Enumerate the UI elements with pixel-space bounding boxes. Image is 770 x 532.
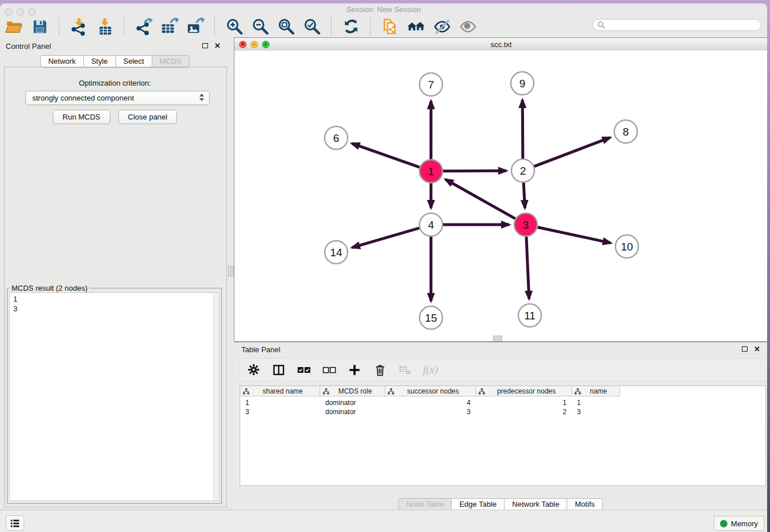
desktop: Session: New Session <box>0 0 770 532</box>
create-column-plus-icon[interactable] <box>347 363 362 377</box>
edge-4-14[interactable] <box>352 228 419 248</box>
select-all-rows-icon[interactable] <box>297 363 311 377</box>
node-7[interactable]: 7 <box>419 73 442 96</box>
node-4[interactable]: 4 <box>419 213 442 236</box>
zoom-out-icon[interactable] <box>251 17 270 36</box>
criterion-value: strongly connected component <box>32 94 134 102</box>
node-1[interactable]: 1 <box>419 160 442 183</box>
tab-mcds[interactable]: MCDS <box>152 55 190 68</box>
edge-3-11[interactable] <box>526 237 529 299</box>
show-columns-icon[interactable] <box>271 363 286 377</box>
horizontal-splitter-handle[interactable] <box>493 336 502 341</box>
mcds-result-area[interactable]: 13 <box>9 292 220 501</box>
column-header-MCDS-role[interactable]: MCDS role <box>320 386 385 396</box>
network-canvas[interactable]: 7968124314101511 <box>234 51 767 341</box>
column-header-shared-name[interactable]: shared name <box>240 386 320 396</box>
control-panel-close-button[interactable]: ✕ <box>214 42 221 49</box>
node-10[interactable]: 10 <box>615 235 638 258</box>
node-9[interactable]: 9 <box>511 72 534 95</box>
edge-1-6[interactable] <box>352 144 419 167</box>
result-scrollbar[interactable] <box>213 293 219 500</box>
tab-network[interactable]: Network <box>40 55 84 68</box>
function-builder-icon: f(x) <box>423 363 438 377</box>
tab-edge-table[interactable]: Edge Table <box>452 498 505 511</box>
table-cell[interactable]: 1 <box>476 398 572 407</box>
clone-network-icon[interactable] <box>381 17 399 36</box>
column-header-name[interactable]: name <box>572 386 620 396</box>
run-mcds-button[interactable]: Run MCDS <box>53 110 110 124</box>
tab-style[interactable]: Style <box>84 55 116 68</box>
zoom-in-icon[interactable] <box>225 17 244 36</box>
column-header-successor-nodes[interactable]: successor nodes <box>385 386 476 396</box>
node-8[interactable]: 8 <box>614 120 637 143</box>
hierarchy-icon <box>388 388 394 395</box>
search-input[interactable] <box>608 21 756 30</box>
tab-select[interactable]: Select <box>116 55 152 68</box>
save-session-icon[interactable] <box>30 17 49 36</box>
tab-motifs[interactable]: Motifs <box>567 498 603 511</box>
tab-network-table[interactable]: Network Table <box>505 498 567 511</box>
column-header-predecessor-nodes[interactable]: predecessor nodes <box>476 386 572 396</box>
node-3[interactable]: 3 <box>514 213 537 236</box>
table-cell[interactable]: 3 <box>385 407 476 417</box>
tab-node-table[interactable]: Node Table <box>398 498 452 511</box>
table-cell[interactable]: 3 <box>572 407 620 417</box>
hierarchy-icon <box>243 388 249 395</box>
table-row[interactable]: 1dominator411 <box>240 398 765 407</box>
table-panel-float-button[interactable] <box>742 346 748 352</box>
delete-column-trash-icon[interactable] <box>372 363 387 377</box>
deselect-all-rows-icon[interactable] <box>322 363 337 377</box>
node-14[interactable]: 14 <box>325 241 348 264</box>
node-table: shared nameMCDS rolesuccessor nodesprede… <box>240 385 766 486</box>
table-settings-gear-icon[interactable] <box>246 363 261 377</box>
network-canvas-svg[interactable]: 7968124314101511 <box>234 51 767 341</box>
export-network-icon[interactable] <box>134 17 153 36</box>
edge-1-2[interactable] <box>443 171 506 171</box>
edge-3-10[interactable] <box>538 227 611 242</box>
search-field[interactable] <box>592 19 761 31</box>
export-image-icon[interactable] <box>186 17 205 36</box>
table-cell[interactable]: 1 <box>240 398 320 407</box>
import-network-icon[interactable] <box>70 17 88 36</box>
control-panel: Control Panel ✕ NetworkStyleSelectMCDS O… <box>0 37 230 510</box>
table-cell[interactable]: 4 <box>385 398 476 407</box>
close-panel-button[interactable]: Close panel <box>118 110 178 124</box>
import-table-icon[interactable] <box>95 17 114 36</box>
status-bar: Memory <box>0 510 767 532</box>
table-panel-title: Table Panel <box>241 345 280 354</box>
task-history-button[interactable] <box>6 515 24 531</box>
export-table-icon[interactable] <box>160 17 179 36</box>
table-panel-close-button[interactable]: ✕ <box>754 345 760 353</box>
node-2[interactable]: 2 <box>511 159 534 182</box>
zoom-selected-icon[interactable] <box>303 17 321 36</box>
table-row[interactable]: 3dominator323 <box>240 407 765 417</box>
svg-text:15: 15 <box>425 312 437 324</box>
open-session-icon[interactable] <box>5 17 23 36</box>
mcds-result-value: 1 <box>13 294 219 304</box>
panel-splitter-handle[interactable] <box>228 266 234 276</box>
node-11[interactable]: 11 <box>518 304 541 327</box>
main-toolbar <box>5 15 477 38</box>
hierarchy-icon <box>479 388 485 395</box>
control-panel-float-button[interactable] <box>202 43 208 48</box>
table-cell[interactable]: dominator <box>320 407 385 417</box>
node-6[interactable]: 6 <box>325 126 348 149</box>
edge-2-3[interactable] <box>523 183 525 208</box>
criterion-select[interactable]: strongly connected component <box>25 91 210 105</box>
table-cell[interactable]: 3 <box>240 407 320 417</box>
apply-layout-icon[interactable] <box>342 17 360 36</box>
table-cell[interactable]: dominator <box>320 398 385 407</box>
memory-button[interactable]: Memory <box>714 516 764 531</box>
node-15[interactable]: 15 <box>419 306 442 329</box>
zoom-fit-icon[interactable] <box>277 17 295 36</box>
show-eye-icon[interactable] <box>459 17 477 36</box>
table-cell[interactable]: 2 <box>476 407 572 417</box>
svg-text:9: 9 <box>519 78 526 90</box>
table-cell[interactable]: 1 <box>572 398 620 407</box>
edge-3-1[interactable] <box>445 179 515 218</box>
edge-2-8[interactable] <box>534 137 610 166</box>
hide-panel-eye-icon[interactable] <box>433 17 451 36</box>
svg-text:2: 2 <box>520 165 526 177</box>
home-networks-icon[interactable] <box>407 17 425 36</box>
edge-2-9[interactable] <box>522 100 523 159</box>
